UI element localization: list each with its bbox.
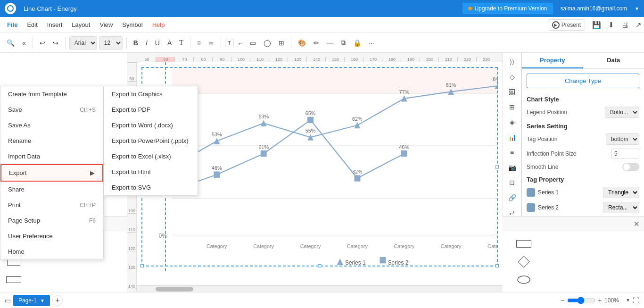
toolbar: 🔍 « ↩ ↪ Arial 12 B I U A T ≡ ≣ T ⌐ ▭ ◯ ⊞… bbox=[0, 33, 644, 53]
italic-btn[interactable]: I bbox=[143, 37, 150, 49]
lock-btn[interactable]: 🔒 bbox=[350, 37, 364, 49]
text-btn[interactable]: T bbox=[176, 37, 186, 49]
align-left-btn[interactable]: ≡ bbox=[194, 37, 204, 49]
line-btn[interactable]: ⌐ bbox=[236, 37, 245, 49]
underline-btn[interactable]: U bbox=[152, 37, 163, 49]
svg-rect-33 bbox=[214, 172, 220, 178]
series1-row: Series 1 Triangle Circle Square bbox=[527, 187, 639, 198]
text-box-btn[interactable]: T bbox=[225, 39, 234, 47]
export-pptx[interactable]: Export to PowerPoint (.pptx) bbox=[104, 133, 198, 149]
layers-icon[interactable]: ≡ bbox=[505, 146, 519, 159]
menu-user-pref[interactable]: User Preference bbox=[0, 228, 103, 244]
font-family-select[interactable]: Arial bbox=[69, 36, 97, 50]
menu-file[interactable]: File bbox=[2, 19, 22, 31]
redo-btn[interactable]: ↪ bbox=[50, 37, 61, 49]
menu-rename[interactable]: Rename bbox=[0, 133, 103, 149]
menu-home[interactable]: Home bbox=[0, 244, 103, 259]
tab-data[interactable]: Data bbox=[583, 53, 644, 68]
print-icon[interactable]: 🖨 bbox=[621, 21, 628, 29]
export-pdf[interactable]: Export to PDF bbox=[104, 102, 198, 117]
menu-view[interactable]: View bbox=[95, 19, 117, 31]
fullscreen-btn[interactable]: ⛶ bbox=[633, 297, 639, 304]
legend-position-select[interactable]: Botto... Top Left Right bbox=[605, 107, 639, 118]
zoom-plus-btn[interactable]: + bbox=[598, 296, 602, 305]
smooth-line-row: Smooth Line bbox=[527, 163, 639, 171]
align-btn2[interactable]: ≣ bbox=[206, 37, 217, 49]
svg-rect-46 bbox=[380, 257, 386, 263]
menu-print[interactable]: Print Ctrl+P bbox=[0, 197, 103, 213]
save-icon[interactable]: 💾 bbox=[592, 21, 601, 29]
menu-layout[interactable]: Layout bbox=[67, 19, 95, 31]
h-scrollbar[interactable] bbox=[137, 285, 503, 292]
series1-name: Series 1 bbox=[538, 189, 600, 196]
shapes-icon[interactable]: ◇ bbox=[505, 70, 519, 83]
menu-help[interactable]: Help bbox=[148, 19, 170, 31]
zoom-slider[interactable] bbox=[567, 297, 595, 304]
change-type-button[interactable]: Change Type bbox=[527, 74, 639, 88]
font-color-btn[interactable]: A bbox=[165, 37, 174, 49]
menu-save[interactable]: Save Ctrl+S bbox=[0, 102, 103, 117]
menu-save-as[interactable]: Save As bbox=[0, 117, 103, 133]
rect-tool-btn[interactable]: ▭ bbox=[247, 37, 259, 49]
zoom-arrow[interactable]: ▼ bbox=[626, 298, 630, 303]
photo-icon[interactable]: 📷 bbox=[505, 161, 519, 174]
tab-property[interactable]: Property bbox=[522, 53, 583, 68]
image-icon[interactable]: 🖼 bbox=[505, 85, 519, 99]
collapse-btn[interactable]: « bbox=[19, 37, 29, 49]
mask-btn[interactable]: ⧉ bbox=[338, 37, 348, 49]
menu-edit[interactable]: Edit bbox=[22, 19, 42, 31]
search-btn[interactable]: 🔍 bbox=[4, 37, 17, 49]
share-icon[interactable]: ↗ bbox=[636, 21, 642, 29]
svg-rect-34 bbox=[261, 150, 267, 157]
svg-text:84%: 84% bbox=[493, 76, 498, 82]
series1-shape-select[interactable]: Triangle Circle Square bbox=[603, 187, 639, 198]
bold-btn[interactable]: B bbox=[131, 37, 141, 49]
export-graphics[interactable]: Export to Graphics bbox=[104, 86, 198, 102]
upgrade-button[interactable]: Upgrade to Premium Version bbox=[462, 3, 553, 14]
shape-tool-btn[interactable]: ◯ bbox=[261, 37, 274, 49]
font-size-select[interactable]: 12 bbox=[99, 36, 123, 50]
smooth-line-toggle[interactable] bbox=[622, 163, 639, 171]
series2-row: Series 2 Recta... Circle Triangle bbox=[527, 202, 639, 213]
chart-icon[interactable]: 📊 bbox=[505, 131, 519, 144]
present-icon[interactable]: ▶ Present bbox=[548, 19, 585, 31]
align-tool-btn[interactable]: ⊞ bbox=[276, 37, 287, 49]
menu-share[interactable]: Share bbox=[0, 182, 103, 197]
download-icon[interactable]: ⬇ bbox=[608, 21, 614, 29]
series2-shape-select[interactable]: Recta... Circle Triangle bbox=[603, 202, 639, 213]
more-btn[interactable]: ··· bbox=[366, 37, 377, 49]
tag-position-select[interactable]: bottom top bbox=[606, 133, 639, 145]
export-svg[interactable]: Export to SVG bbox=[104, 180, 198, 195]
menu-page-setup[interactable]: Page Setup F6 bbox=[0, 213, 103, 228]
menu-import[interactable]: Import Data bbox=[0, 149, 103, 164]
export-submenu: Export to Graphics Export to PDF Export … bbox=[104, 86, 198, 196]
menu-export[interactable]: Export ▶ bbox=[0, 164, 103, 182]
pen-btn[interactable]: ✏ bbox=[311, 37, 322, 49]
link-icon[interactable]: 🔗 bbox=[505, 191, 519, 204]
export-word[interactable]: Export to Word (.docx) bbox=[104, 117, 198, 133]
expand-icon[interactable]: ⟩⟩ bbox=[505, 55, 519, 68]
inflection-point-input[interactable] bbox=[611, 149, 639, 159]
series-setting-title: Series Setting bbox=[527, 123, 639, 130]
page-tab-1[interactable]: Page-1 ▼ bbox=[13, 295, 50, 306]
zoom-minus-btn[interactable]: − bbox=[560, 296, 564, 305]
shape-wide-rect[interactable] bbox=[5, 272, 23, 287]
inflection-point-row: Inflection Point Size bbox=[527, 149, 639, 159]
export-html[interactable]: Export to Html bbox=[104, 164, 198, 180]
diamond-icon[interactable]: ◈ bbox=[505, 116, 519, 129]
menu-insert[interactable]: Insert bbox=[42, 19, 67, 31]
page-tab-arrow[interactable]: ▼ bbox=[40, 298, 45, 303]
export-excel[interactable]: Export to Excel (.xlsx) bbox=[104, 149, 198, 164]
fill-color-btn[interactable]: 🎨 bbox=[295, 37, 309, 49]
svg-text:Category: Category bbox=[300, 243, 321, 249]
add-page-btn[interactable]: + bbox=[52, 295, 63, 306]
table-icon[interactable]: ⊡ bbox=[505, 176, 519, 189]
menu-create-template[interactable]: Create from Template bbox=[0, 86, 103, 102]
svg-text:77%: 77% bbox=[399, 89, 409, 95]
toolbar-sep-5 bbox=[221, 37, 221, 49]
dash-btn[interactable]: --- bbox=[324, 37, 336, 49]
grid-icon[interactable]: ⊞ bbox=[505, 100, 519, 114]
menu-symbol[interactable]: Symbol bbox=[117, 19, 147, 31]
undo-btn[interactable]: ↩ bbox=[37, 37, 48, 49]
user-arrow-icon[interactable]: ▼ bbox=[635, 6, 639, 11]
